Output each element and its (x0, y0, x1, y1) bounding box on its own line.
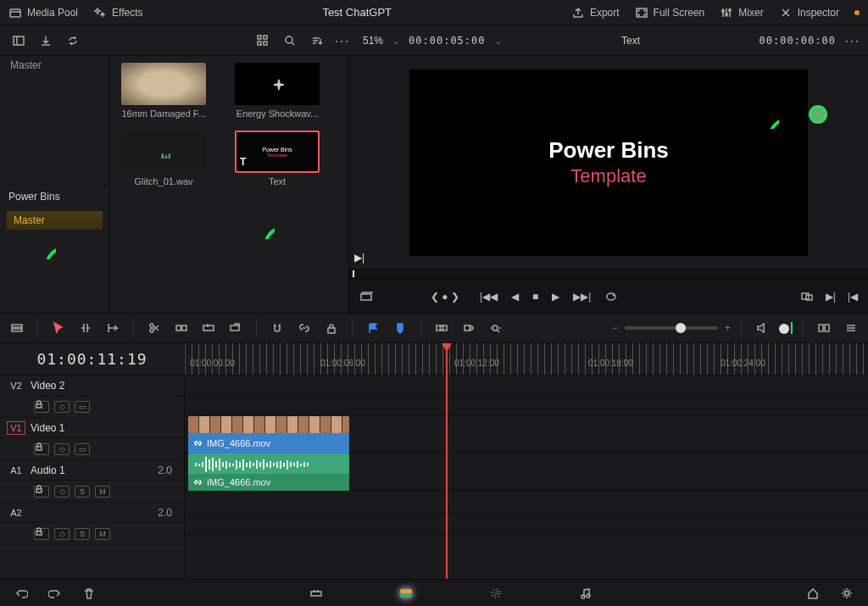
undo-button[interactable] (12, 584, 31, 603)
play-button[interactable]: ▶ (552, 291, 559, 303)
inspector-button[interactable]: Inspector (779, 6, 839, 19)
linked-selection-toggle[interactable] (294, 318, 314, 338)
track-lock-toggle[interactable] (34, 443, 49, 455)
zoom-in-button[interactable]: + (725, 322, 731, 334)
stop-button[interactable]: ■ (532, 291, 538, 303)
track-header-v1[interactable]: V1Video 1 (0, 418, 184, 438)
loop-button[interactable] (604, 290, 618, 303)
effects-toggle[interactable]: Effects (93, 6, 142, 19)
dynamic-trim-tool[interactable] (103, 318, 123, 338)
overlay-mode-button[interactable] (359, 290, 373, 303)
redo-button[interactable] (46, 584, 64, 603)
step-back-button[interactable]: ◀ (511, 291, 519, 303)
auto-select-toggle[interactable]: ◇ (54, 401, 70, 413)
delete-button[interactable] (80, 584, 98, 603)
position-lock-toggle[interactable] (321, 318, 342, 338)
source-viewer[interactable]: Power Bins Template ▶| (349, 56, 868, 269)
transform-handle-icon[interactable] (809, 105, 827, 124)
overwrite-clip-button[interactable] (198, 318, 219, 338)
marker-button[interactable] (390, 318, 410, 338)
skip-end-icon[interactable]: ▶| (354, 252, 364, 264)
tc-chevron-icon[interactable]: ⌄ (494, 35, 503, 47)
auto-select-toggle[interactable]: ◇ (54, 443, 70, 455)
timeline-timecode[interactable]: 01:00:11:19 (36, 350, 147, 368)
fairlight-page-button[interactable] (576, 584, 595, 603)
dual-viewer-button[interactable] (814, 318, 834, 338)
viewer-scrubber[interactable] (349, 269, 868, 279)
track-header-a2[interactable]: A22.0 (0, 503, 184, 523)
home-button[interactable] (804, 584, 822, 603)
sort-button[interactable] (307, 31, 327, 51)
replace-clip-button[interactable] (225, 318, 246, 338)
pool-item-text-template[interactable]: Power Bins Template T Text (231, 131, 324, 186)
project-settings-button[interactable] (837, 584, 856, 603)
timeline-playhead[interactable] (446, 343, 448, 581)
solo-toggle[interactable]: S (75, 486, 90, 498)
zoom-out-button[interactable]: − (612, 322, 618, 334)
export-button[interactable]: Export (571, 6, 620, 19)
auto-select-toggle[interactable]: ◇ (54, 528, 70, 540)
pool-item-16mm[interactable]: 16mm Damaged F... (117, 63, 210, 119)
trim-tool[interactable] (75, 318, 96, 338)
pool-options-menu[interactable]: ⋯ (334, 31, 349, 50)
monitoring-volume-button[interactable] (752, 318, 772, 338)
viewer-duration[interactable]: 00:00:00:00 (760, 35, 836, 47)
sidebar-layout-toggle[interactable] (8, 31, 29, 51)
timeline-view-button[interactable] (7, 318, 27, 338)
zoom-custom-button[interactable] (486, 318, 506, 338)
track-tag[interactable]: A2 (7, 507, 25, 519)
mixer-button[interactable]: Mixer (720, 6, 763, 19)
zoom-full-button[interactable] (431, 318, 452, 338)
viewer-source-timecode[interactable]: 00:00:05:00 (409, 35, 485, 47)
power-bin-master[interactable]: Master (7, 211, 103, 230)
import-media-button[interactable] (36, 31, 56, 51)
viewer-zoom-value[interactable]: 51% (363, 35, 383, 47)
timeline-zoom-slider[interactable] (625, 326, 718, 330)
track-header-a1[interactable]: A1Audio 12.0 (0, 460, 184, 481)
mute-toggle[interactable]: M (95, 486, 110, 498)
track-lock-toggle[interactable] (34, 401, 49, 413)
go-first-button[interactable]: |◀◀ (480, 291, 498, 303)
flag-button[interactable] (363, 318, 383, 338)
track-tag[interactable]: V2 (7, 380, 25, 392)
track-enable-toggle[interactable]: ▭ (75, 443, 90, 455)
viewer-options-menu[interactable]: ⋯ (844, 31, 860, 50)
prev-edit-button[interactable]: |◀ (848, 291, 858, 303)
fusion-page-button[interactable] (487, 584, 505, 603)
pool-item-energy[interactable]: Energy Shockwav... (231, 63, 324, 119)
fullscreen-button[interactable]: Full Screen (635, 6, 705, 19)
selection-tool[interactable] (48, 318, 69, 338)
search-button[interactable] (280, 31, 300, 51)
thumbnail-view-button[interactable] (253, 31, 273, 51)
timeline-options-button[interactable] (841, 318, 861, 338)
timeline-canvas[interactable]: 01:00:00:00 01:00:06:00 01:00:12:00 01:0… (185, 343, 868, 581)
zoom-detail-button[interactable] (459, 318, 479, 338)
track-header-v2[interactable]: V2Video 2 (0, 375, 184, 396)
next-edit-button[interactable]: ▶| (826, 291, 836, 303)
video-clip[interactable] (188, 416, 349, 433)
master-bin[interactable]: Master (0, 56, 109, 75)
mark-in-out-button[interactable]: ❮ ● ❯ (431, 291, 459, 303)
track-tag[interactable]: A1 (7, 464, 25, 476)
track-lock-toggle[interactable] (34, 486, 49, 498)
pool-item-glitch-audio[interactable]: Glitch_01.wav (117, 131, 210, 186)
media-pool-toggle[interactable]: Media Pool (8, 6, 78, 19)
track-tag[interactable]: V1 (7, 421, 25, 435)
insert-clip-button[interactable] (171, 318, 192, 338)
blade-tool[interactable] (144, 318, 164, 338)
snapping-toggle[interactable] (267, 318, 287, 338)
edit-page-button[interactable] (397, 584, 415, 603)
go-last-button[interactable]: ▶▶| (573, 291, 591, 303)
video-clip-label-bar[interactable]: IMG_4666.mov (188, 433, 349, 453)
mute-toggle[interactable]: M (95, 528, 110, 540)
auto-select-toggle[interactable]: ◇ (54, 486, 70, 498)
match-frame-button[interactable] (800, 290, 814, 303)
solo-toggle[interactable]: S (75, 528, 90, 540)
audio-clip[interactable]: IMG_4666.mov (188, 453, 349, 491)
cut-page-button[interactable] (307, 584, 326, 603)
track-enable-toggle[interactable]: ▭ (75, 401, 90, 413)
track-lock-toggle[interactable] (34, 528, 49, 540)
timeline-ruler[interactable]: 01:00:00:00 01:00:06:00 01:00:12:00 01:0… (185, 343, 868, 375)
sync-clips-button[interactable] (63, 31, 83, 51)
zoom-chevron-icon[interactable]: ⌄ (392, 35, 400, 47)
